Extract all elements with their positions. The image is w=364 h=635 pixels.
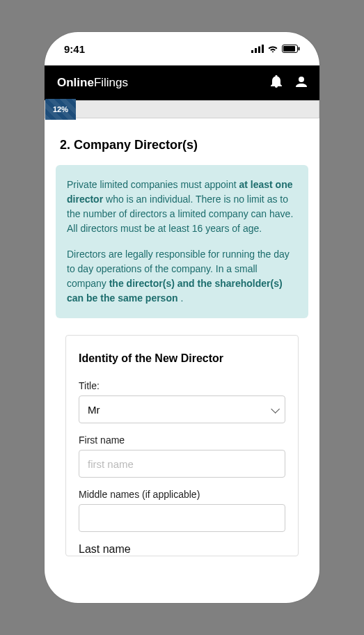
brand-bold: Online — [57, 76, 94, 89]
title-select[interactable]: Mr — [79, 395, 285, 423]
brand-light: Filings — [94, 76, 128, 89]
brand-logo[interactable]: OnlineFilings — [57, 76, 128, 90]
svg-rect-3 — [262, 45, 264, 53]
app-header: OnlineFilings — [45, 65, 319, 100]
info-paragraph-2: Directors are legally responsible for ru… — [67, 247, 297, 306]
last-name-label: Last name — [79, 543, 285, 556]
first-name-group: First name — [79, 434, 285, 478]
middle-names-input[interactable] — [79, 504, 285, 532]
phone-frame: 9:41 OnlineFilings 12% — [45, 32, 319, 603]
main-content: 2. Company Director(s) Private limited c… — [45, 118, 319, 603]
signal-icon — [251, 43, 264, 55]
form-card-title: Identity of the New Director — [79, 352, 285, 365]
svg-rect-5 — [283, 46, 295, 52]
first-name-label: First name — [79, 434, 285, 446]
info-box: Private limited companies must appoint a… — [56, 165, 308, 318]
svg-rect-1 — [255, 48, 257, 53]
progress-badge: 12% — [45, 99, 76, 120]
bell-icon[interactable] — [271, 75, 282, 91]
svg-rect-0 — [251, 50, 253, 53]
middle-names-label: Middle names (if applicable) — [79, 489, 285, 500]
first-name-input[interactable] — [79, 450, 285, 478]
title-label: Title: — [79, 380, 285, 391]
middle-names-group: Middle names (if applicable) — [79, 489, 285, 532]
director-form-card: Identity of the New Director Title: Mr F… — [65, 335, 299, 556]
status-bar: 9:41 — [45, 32, 319, 65]
svg-rect-6 — [299, 47, 300, 50]
user-icon[interactable] — [296, 76, 307, 90]
section-title: 2. Company Director(s) — [60, 138, 308, 152]
progress-bar: 12% — [45, 100, 319, 118]
header-actions — [271, 75, 307, 91]
title-group: Title: Mr — [79, 380, 285, 423]
svg-point-7 — [299, 77, 304, 82]
battery-icon — [282, 43, 300, 55]
status-indicators — [251, 43, 300, 55]
status-time: 9:41 — [64, 43, 85, 55]
wifi-icon — [267, 43, 278, 55]
info-paragraph-1: Private limited companies must appoint a… — [67, 178, 297, 236]
svg-rect-2 — [258, 46, 260, 53]
